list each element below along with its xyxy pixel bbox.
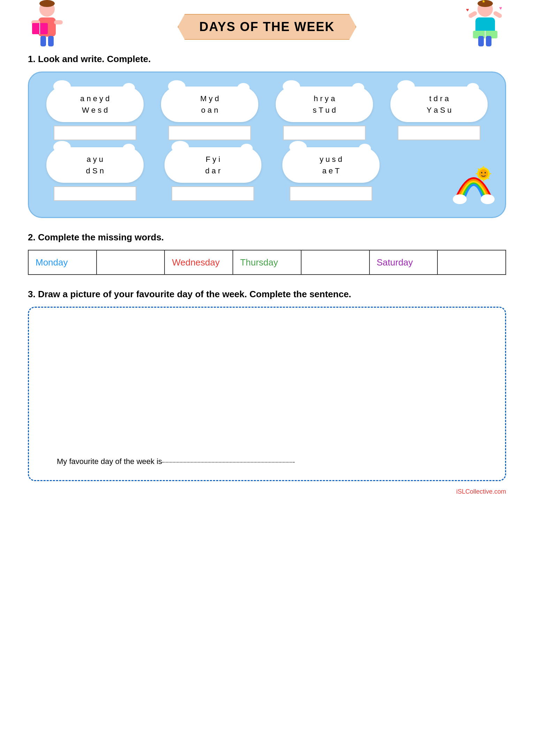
- day-tuesday-blank[interactable]: [97, 250, 165, 275]
- svg-rect-13: [493, 10, 503, 18]
- day-saturday: Saturday: [369, 250, 438, 275]
- section1-label: 1. Look and write. Complete.: [28, 54, 506, 65]
- answer-box-3[interactable]: [283, 126, 366, 140]
- cloud-5: a y u d S n: [46, 147, 144, 183]
- svg-line-30: [488, 178, 489, 179]
- days-table-row: Monday Wednesday Thursday Saturday: [28, 250, 506, 275]
- cloud-2-line1: M y d: [200, 93, 219, 104]
- cloud-item-6: F y i d a r: [165, 147, 262, 201]
- cloud-6: F y i d a r: [165, 147, 262, 183]
- cloud-item-3: h r y a s T u d: [276, 87, 373, 140]
- cloud-7-line2: a e T: [322, 165, 340, 177]
- svg-text:★: ★: [482, 0, 486, 4]
- cloud-7: y u s d a e T: [282, 147, 380, 183]
- svg-rect-8: [48, 36, 54, 46]
- cloud-3-line1: h r y a: [314, 93, 335, 104]
- answer-box-2[interactable]: [168, 126, 251, 140]
- svg-point-21: [453, 194, 467, 204]
- svg-text:♥: ♥: [466, 7, 469, 13]
- section2-label: 2. Complete the missing words.: [28, 232, 506, 243]
- days-of-week-table: Monday Wednesday Thursday Saturday: [28, 250, 506, 275]
- cloud-3-line2: s T u d: [313, 104, 336, 116]
- cloud-item-2: M y d o a n: [161, 87, 258, 140]
- svg-line-29: [478, 169, 479, 170]
- cloud-1: a n e y d W e s d: [46, 87, 144, 122]
- section3: 3. Draw a picture of your favourite day …: [28, 289, 506, 481]
- svg-rect-20: [486, 36, 491, 46]
- svg-point-24: [479, 169, 488, 178]
- clouds-top-row: a n e y d W e s d M y d o a n h r y a s …: [46, 87, 488, 140]
- svg-point-1: [39, 0, 55, 7]
- page-title-banner: DAYS OF THE WEEK: [178, 14, 357, 40]
- day-friday-blank[interactable]: [301, 250, 369, 275]
- cloud-4: t d r a Y a S u: [390, 87, 488, 122]
- answer-box-7[interactable]: [290, 186, 372, 201]
- svg-rect-4: [54, 20, 63, 24]
- svg-rect-12: [468, 10, 478, 18]
- cloud-6-line2: d a r: [205, 165, 221, 177]
- sun-rainbow-decoration: [453, 166, 495, 210]
- footer: iSLCollective.com: [28, 488, 506, 495]
- cloud-item-5: a y u d S n: [46, 147, 144, 201]
- day-monday: Monday: [28, 250, 97, 275]
- cloud-item-1: a n e y d W e s d: [46, 87, 144, 140]
- cloud-2-line2: o a n: [201, 104, 218, 116]
- answer-box-1[interactable]: [54, 126, 136, 140]
- cloud-6-line1: F y i: [206, 154, 220, 165]
- page-header: DAYS OF THE WEEK ♥ ♥ ★: [28, 14, 506, 40]
- day-sunday-blank[interactable]: [437, 250, 506, 275]
- fill-in-dots: [162, 462, 295, 463]
- day-thursday: Thursday: [233, 250, 301, 275]
- cloud-3: h r y a s T u d: [276, 87, 373, 122]
- right-character: ♥ ♥ ★: [464, 0, 506, 55]
- footer-text: Collective.com: [465, 488, 506, 495]
- favourite-line-text: My favourite day of the week is: [57, 457, 162, 466]
- svg-point-32: [485, 172, 486, 173]
- page-title: DAYS OF THE WEEK: [199, 20, 335, 34]
- answer-box-5[interactable]: [54, 186, 136, 201]
- footer-highlight: iSL: [456, 488, 465, 495]
- svg-point-31: [481, 172, 482, 173]
- cloud-4-line1: t d r a: [429, 93, 449, 104]
- cloud-item-4: t d r a Y a S u: [390, 87, 488, 140]
- svg-rect-7: [40, 36, 46, 46]
- day-wednesday: Wednesday: [165, 250, 233, 275]
- cloud-2: M y d o a n: [161, 87, 258, 122]
- cloud-5-line1: a y u: [86, 154, 103, 165]
- svg-point-22: [481, 194, 495, 204]
- puzzle-box: a n e y d W e s d M y d o a n h r y a s …: [28, 72, 506, 218]
- cloud-1-line1: a n e y d: [80, 93, 109, 104]
- answer-box-6[interactable]: [171, 186, 254, 201]
- svg-rect-19: [478, 36, 484, 46]
- cloud-item-7: y u s d a e T: [282, 147, 380, 201]
- svg-text:♥: ♥: [499, 5, 502, 11]
- cloud-7-line1: y u s d: [320, 154, 342, 165]
- cloud-1-line2: W e s d: [82, 104, 108, 116]
- left-character: [28, 0, 66, 55]
- clouds-bottom-row: a y u d S n F y i d a r y u s d a e T: [46, 147, 488, 201]
- cloud-5-line2: d S n: [86, 165, 104, 177]
- cloud-4-line2: Y a S u: [427, 104, 452, 116]
- favourite-sentence-line: My favourite day of the week is: [57, 457, 295, 466]
- drawing-area[interactable]: My favourite day of the week is: [28, 307, 506, 481]
- section3-label: 3. Draw a picture of your favourite day …: [28, 289, 506, 300]
- answer-box-4[interactable]: [398, 126, 480, 140]
